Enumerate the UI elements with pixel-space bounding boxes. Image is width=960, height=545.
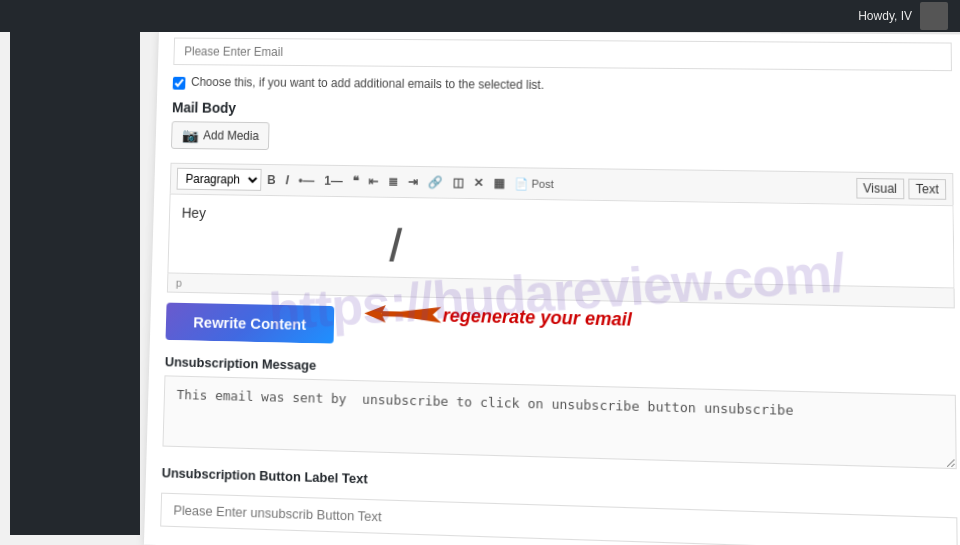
email-input[interactable] — [173, 38, 952, 72]
post-button[interactable]: 📄 Post — [510, 175, 557, 193]
blockquote-button[interactable]: ❝ — [348, 172, 362, 190]
align-center-button[interactable]: ≣ — [384, 173, 402, 191]
unsubscription-message-section: Unsubscription Message This email was se… — [162, 354, 956, 473]
strikethrough-button[interactable]: ✕ — [469, 174, 487, 192]
editor-tabs: Visual Text — [856, 178, 946, 200]
media-button[interactable]: ▦ — [489, 174, 508, 192]
text-cursor: ┃ — [385, 228, 402, 262]
rewrite-content-button[interactable]: Rewrite Content — [166, 303, 335, 344]
checkbox-row: Choose this, if you want to add addition… — [173, 75, 953, 97]
mail-body-label: Mail Body — [172, 99, 953, 123]
additional-emails-checkbox[interactable] — [173, 77, 186, 90]
rewrite-button-row: Rewrite Content regenerate your email — [166, 303, 956, 358]
howdy-text: Howdy, IV — [858, 9, 912, 23]
avatar — [920, 2, 948, 30]
svg-rect-2 — [381, 311, 432, 317]
visual-tab[interactable]: Visual — [856, 178, 905, 199]
link-button[interactable]: 🔗 — [424, 173, 447, 191]
add-media-label: Add Media — [203, 128, 259, 143]
left-sidebar — [10, 20, 140, 535]
editor-tag: p — [176, 277, 182, 289]
add-media-button[interactable]: 📷 Add Media — [171, 121, 270, 150]
arrow-annotation: regenerate your email — [363, 299, 632, 335]
add-media-icon: 📷 — [182, 127, 199, 143]
editor-content-text: Hey — [182, 205, 207, 221]
unsub-message-textarea[interactable]: This email was sent by unsubscribe to cl… — [162, 375, 956, 469]
table-button[interactable]: ◫ — [448, 173, 467, 191]
email-section — [173, 30, 952, 71]
post-label: Post — [531, 177, 553, 189]
bold-button[interactable]: B — [263, 171, 280, 189]
ordered-list-button[interactable]: 1— — [320, 172, 347, 190]
post-icon: 📄 — [514, 177, 528, 189]
unordered-list-button[interactable]: •— — [294, 171, 318, 189]
main-content-area: Choose this, if you want to add addition… — [144, 30, 960, 545]
italic-button[interactable]: I — [281, 171, 293, 189]
paragraph-select[interactable]: Paragraph — [177, 168, 262, 191]
form-card: Choose this, if you want to add addition… — [144, 30, 960, 545]
text-tab[interactable]: Text — [908, 179, 946, 200]
unsub-btn-label-section: Unsubscription Button Label Text — [160, 465, 958, 545]
admin-top-bar: Howdy, IV — [0, 0, 960, 32]
arrow-icon — [363, 299, 443, 331]
editor-body[interactable]: Hey ┃ — [167, 194, 954, 289]
align-right-button[interactable]: ⇥ — [404, 173, 422, 191]
checkbox-label: Choose this, if you want to add addition… — [191, 75, 544, 92]
align-left-button[interactable]: ⇤ — [364, 172, 382, 190]
annotation-text: regenerate your email — [443, 305, 632, 331]
